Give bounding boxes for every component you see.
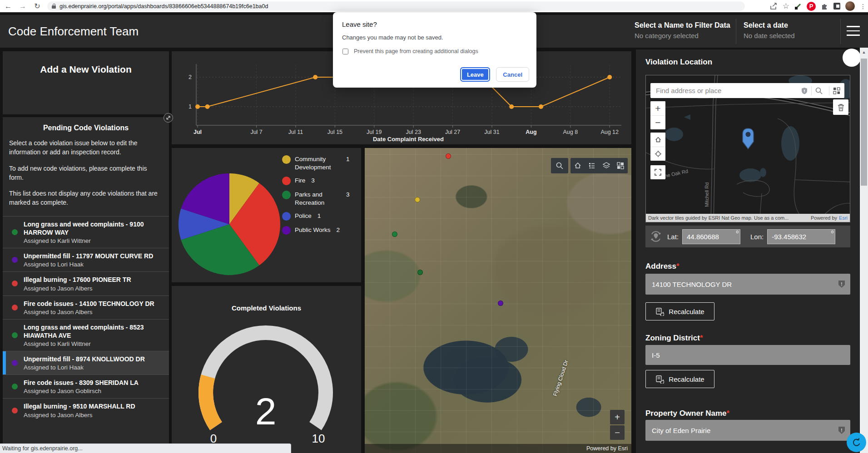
esri-link[interactable]: Esri bbox=[839, 215, 848, 221]
category-dot-icon bbox=[12, 229, 18, 235]
latlon-toolbar: Lat: o Lon: o bbox=[645, 226, 850, 247]
violation-title: Unpermitted fill - 8974 KNOLLWOOD DR bbox=[24, 355, 158, 363]
mini-home-button[interactable] bbox=[650, 133, 665, 147]
required-asterisk: * bbox=[676, 262, 680, 271]
svg-text:Jul 27: Jul 27 bbox=[445, 129, 460, 135]
delete-pin-button[interactable] bbox=[833, 99, 848, 115]
address-field[interactable]: 14100 TECHNOLOGY DR ! bbox=[645, 274, 850, 295]
bookmark-star-icon[interactable]: ☆ bbox=[783, 1, 789, 11]
violation-list-item[interactable]: Illegal burning - 17600 PIONEER TRAssign… bbox=[3, 271, 169, 295]
search-input[interactable] bbox=[650, 87, 801, 94]
fullscreen-button[interactable] bbox=[650, 165, 665, 179]
category-dot-icon bbox=[12, 360, 18, 366]
grid-select-icon[interactable] bbox=[833, 87, 841, 95]
degree-symbol: o bbox=[736, 229, 739, 234]
scroll-up-icon[interactable]: ▲ bbox=[860, 48, 868, 54]
legend-count: 2 bbox=[337, 226, 340, 234]
share-icon[interactable] bbox=[770, 3, 778, 10]
violation-title: Unpermitted fill - 11797 MOUNT CURVE RD bbox=[24, 252, 158, 260]
legend-count: 3 bbox=[346, 191, 350, 199]
menu-icon[interactable] bbox=[847, 26, 860, 37]
locate-button[interactable] bbox=[650, 147, 665, 161]
url-text: gis.edenprairie.org/portal/apps/dashboar… bbox=[60, 3, 268, 10]
mini-zoom-in-button[interactable]: + bbox=[650, 101, 665, 115]
page-scrollbar[interactable]: ▲ bbox=[860, 48, 868, 453]
legend-item[interactable]: Public Works2 bbox=[282, 226, 350, 235]
search-icon[interactable] bbox=[815, 87, 823, 95]
cancel-button[interactable]: Cancel bbox=[496, 67, 529, 82]
violation-list-item[interactable]: Long grass and weed complaints - 9100 HA… bbox=[3, 216, 169, 248]
legend-item[interactable]: Fire3 bbox=[282, 177, 350, 185]
zoom-in-button[interactable]: + bbox=[610, 410, 625, 424]
violation-map-marker[interactable] bbox=[498, 300, 503, 306]
leave-site-dialog: Leave site? Changes you made may not be … bbox=[333, 12, 536, 88]
zoning-field[interactable]: I-5 bbox=[645, 345, 850, 365]
lat-input[interactable] bbox=[682, 229, 740, 244]
extensions-puzzle-icon[interactable] bbox=[821, 2, 828, 10]
zoom-out-button[interactable]: − bbox=[610, 425, 625, 440]
powered-by: Powered byEsri bbox=[811, 215, 848, 221]
violation-list-item[interactable]: Fire code issues - 14100 TECHNOLOGY DRAs… bbox=[3, 295, 169, 319]
add-violation-panel[interactable]: Add a New Violation bbox=[3, 51, 169, 114]
mitchell-rd-label: Mitchell Rd bbox=[704, 182, 709, 207]
violation-map-marker[interactable] bbox=[415, 197, 420, 202]
legend-count: 1 bbox=[346, 155, 350, 163]
legend-item[interactable]: Police1 bbox=[282, 212, 350, 221]
main-map[interactable]: Flying Cloud Dr + − Powere bbox=[365, 148, 631, 453]
department-pie-chart[interactable]: Community Development1Fire3Parks and Rec… bbox=[172, 148, 361, 282]
page-title: Code Enforcement Team bbox=[8, 15, 139, 48]
legend-item[interactable]: Community Development1 bbox=[282, 155, 350, 171]
map-search-button[interactable] bbox=[551, 158, 568, 173]
square-extension-icon[interactable] bbox=[833, 3, 840, 10]
violation-title: Illegal burning - 9510 MARSHALL RD bbox=[24, 402, 158, 410]
layers-icon[interactable] bbox=[602, 162, 610, 170]
name-filter[interactable]: Select a Name to Filter Data No category… bbox=[635, 21, 730, 39]
violation-title: Illegal burning - 17600 PIONEER TR bbox=[24, 276, 158, 284]
leave-button[interactable]: Leave bbox=[460, 67, 490, 82]
lon-input[interactable] bbox=[767, 229, 835, 244]
legend-list-icon[interactable] bbox=[588, 162, 596, 170]
basemap-grid-icon[interactable] bbox=[616, 162, 625, 170]
back-icon[interactable]: ← bbox=[3, 0, 14, 12]
expand-panel-icon[interactable] bbox=[164, 113, 173, 123]
recalculate-address-button[interactable]: Recalculate bbox=[645, 302, 714, 320]
violation-assignee: Assigned to Karli Wittner bbox=[24, 237, 158, 244]
date-filter[interactable]: Select a date No date selected bbox=[744, 21, 795, 39]
url-bar[interactable]: gis.edenprairie.org/portal/apps/dashboar… bbox=[47, 1, 745, 11]
legend-label: Public Works bbox=[295, 226, 331, 234]
home-icon[interactable] bbox=[574, 162, 582, 170]
violation-map-marker[interactable] bbox=[446, 153, 451, 159]
violation-assignee: Assigned to Lori Haak bbox=[24, 364, 158, 371]
mini-zoom-out-button[interactable]: − bbox=[650, 115, 665, 129]
browser-chrome: ← → ↻ gis.edenprairie.org/portal/apps/da… bbox=[0, 0, 868, 12]
legend-item[interactable]: Parks and Recreation3 bbox=[282, 191, 350, 207]
reload-icon[interactable]: ↻ bbox=[32, 0, 43, 12]
owner-field[interactable]: City of Eden Prairie ! bbox=[645, 420, 850, 441]
violation-list-item[interactable]: Long grass and weed complaints - 8523 HI… bbox=[3, 319, 169, 351]
zoning-label: Zoning District* bbox=[645, 334, 703, 343]
scrollbar-thumb[interactable] bbox=[861, 59, 867, 186]
location-picker-map[interactable]: 212 Lone Oak Rd Mitchell Rd bbox=[645, 75, 850, 222]
violation-map-marker[interactable] bbox=[392, 231, 397, 237]
violation-list-item[interactable]: Illegal burning - 9510 MARSHALL RDAssign… bbox=[3, 398, 169, 422]
forward-icon[interactable]: → bbox=[17, 0, 28, 12]
violation-list-item[interactable]: Unpermitted fill - 11797 MOUNT CURVE RDA… bbox=[3, 248, 169, 271]
reset-form-button[interactable] bbox=[847, 433, 866, 452]
profile-avatar[interactable] bbox=[845, 1, 855, 11]
violation-list-item[interactable]: Unpermitted fill - 8974 KNOLLWOOD DRAssi… bbox=[3, 351, 169, 374]
recalculate-zoning-button[interactable]: Recalculate bbox=[645, 370, 714, 388]
pinterest-extension-icon[interactable]: P bbox=[807, 2, 816, 11]
location-pin-icon[interactable] bbox=[742, 128, 754, 150]
svg-text:Jul 31: Jul 31 bbox=[484, 129, 499, 135]
refresh-location-icon[interactable] bbox=[649, 230, 663, 243]
eyedropper-extension-icon[interactable] bbox=[794, 3, 802, 10]
violation-list-item[interactable]: Fire code issues - 8309 SHERIDAN LAAssig… bbox=[3, 374, 169, 398]
violations-list: Long grass and weed complaints - 9100 HA… bbox=[3, 216, 169, 422]
prevent-dialogs-checkbox[interactable] bbox=[342, 49, 348, 54]
violation-title: Fire code issues - 8309 SHERIDAN LA bbox=[24, 379, 158, 387]
category-dot-icon bbox=[12, 332, 18, 338]
browser-menu-icon[interactable]: ⋮ bbox=[860, 3, 866, 10]
locator-shield-icon[interactable] bbox=[801, 87, 808, 94]
panel-toggle-button[interactable] bbox=[843, 49, 861, 67]
violation-assignee: Assigned to Jason Albers bbox=[24, 285, 158, 292]
